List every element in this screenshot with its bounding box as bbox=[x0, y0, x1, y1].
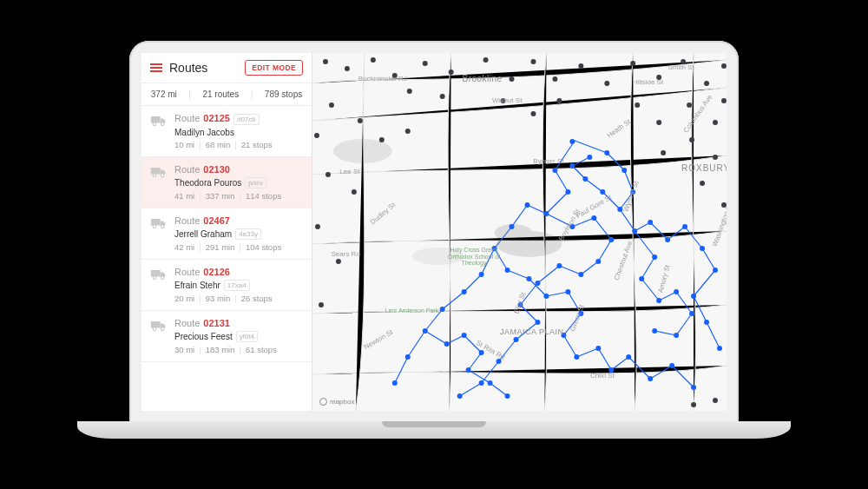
svg-point-20 bbox=[632, 228, 637, 234]
svg-point-51 bbox=[648, 376, 653, 381]
route-stops: 21 stops bbox=[241, 140, 273, 149]
map-svg bbox=[312, 53, 727, 411]
svg-point-85 bbox=[345, 66, 350, 71]
svg-point-66 bbox=[457, 393, 463, 399]
svg-point-50 bbox=[626, 354, 631, 360]
svg-point-122 bbox=[689, 137, 694, 142]
svg-point-80 bbox=[600, 189, 605, 195]
svg-point-88 bbox=[423, 61, 428, 66]
svg-point-117 bbox=[656, 120, 661, 125]
driver-name: Jerrell Graham 4a33y bbox=[174, 228, 303, 240]
svg-point-31 bbox=[543, 211, 549, 216]
svg-point-48 bbox=[595, 346, 601, 351]
map-canvas[interactable]: Brookline ROXBURY JAMAICA PLAIN Buckmins… bbox=[312, 53, 727, 411]
route-item[interactable]: Route02130Theodora Pouros jvsrv41 mi|337… bbox=[141, 157, 312, 208]
svg-point-70 bbox=[466, 367, 471, 373]
svg-point-76 bbox=[674, 289, 679, 294]
summary-stops: 789 stops bbox=[265, 89, 302, 99]
svg-point-38 bbox=[423, 328, 428, 334]
route-time: 68 min bbox=[206, 140, 231, 149]
route-stops: 104 stops bbox=[246, 242, 281, 252]
svg-point-21 bbox=[648, 220, 653, 225]
laptop-base bbox=[77, 421, 791, 439]
svg-point-55 bbox=[591, 215, 596, 221]
route-distance: 10 mi bbox=[174, 140, 194, 149]
routes-sidebar: Routes EDIT MODE 372 mi | 21 routes | 78… bbox=[141, 53, 312, 411]
svg-point-23 bbox=[682, 224, 687, 229]
route-distance: 20 mi bbox=[174, 294, 194, 303]
svg-point-41 bbox=[505, 268, 510, 273]
route-item[interactable]: Route02125d07c6Madilyn Jacobs10 mi|68 mi… bbox=[141, 106, 312, 157]
svg-point-53 bbox=[691, 385, 696, 390]
svg-point-74 bbox=[639, 276, 644, 281]
route-time: 93 min bbox=[206, 294, 231, 303]
summary-distance: 372 mi bbox=[151, 89, 177, 99]
route-tag: jvsrv bbox=[245, 177, 266, 188]
truck-icon bbox=[150, 320, 168, 354]
svg-point-47 bbox=[574, 354, 579, 360]
driver-name: Madilyn Jacobs bbox=[174, 128, 303, 137]
route-stops: 61 stops bbox=[246, 345, 277, 354]
svg-point-114 bbox=[530, 111, 536, 116]
svg-point-43 bbox=[543, 294, 549, 299]
driver-name: Efrain Stehr 17xa4 bbox=[174, 280, 303, 291]
page-title: Routes bbox=[169, 61, 238, 75]
svg-point-39 bbox=[405, 354, 411, 360]
route-code: 02126 bbox=[203, 267, 230, 277]
svg-point-107 bbox=[604, 81, 609, 86]
svg-point-78 bbox=[674, 333, 679, 338]
svg-point-102 bbox=[483, 57, 489, 63]
route-list[interactable]: Route02125d07c6Madilyn Jacobs10 mi|68 mi… bbox=[141, 106, 312, 411]
svg-point-97 bbox=[326, 172, 331, 177]
svg-point-124 bbox=[700, 181, 705, 186]
svg-point-22 bbox=[665, 237, 670, 242]
route-prefix: Route bbox=[174, 267, 200, 277]
svg-point-30 bbox=[565, 189, 570, 195]
svg-point-91 bbox=[440, 94, 445, 99]
svg-point-71 bbox=[488, 380, 493, 386]
svg-point-68 bbox=[462, 333, 467, 338]
svg-point-101 bbox=[319, 302, 324, 307]
route-code: 02130 bbox=[203, 164, 230, 175]
svg-point-27 bbox=[704, 320, 709, 325]
hamburger-menu-icon[interactable] bbox=[150, 63, 162, 72]
svg-point-99 bbox=[315, 224, 320, 229]
routes-summary: 372 mi | 21 routes | 789 stops bbox=[141, 83, 312, 106]
screen-bezel: Routes EDIT MODE 372 mi | 21 routes | 78… bbox=[129, 41, 739, 423]
svg-point-112 bbox=[721, 63, 727, 69]
svg-point-104 bbox=[530, 59, 536, 64]
truck-icon bbox=[150, 115, 168, 149]
map-label-jamaica-plain: JAMAICA PLAIN bbox=[500, 327, 564, 336]
svg-point-86 bbox=[371, 57, 376, 63]
svg-point-89 bbox=[449, 69, 454, 75]
svg-point-57 bbox=[595, 259, 601, 264]
svg-point-40 bbox=[392, 380, 398, 386]
svg-point-100 bbox=[336, 259, 341, 264]
route-time: 337 min bbox=[206, 191, 235, 201]
route-tag: yf6t4 bbox=[236, 331, 258, 342]
route-item[interactable]: Route02131Precious Feest yf6t430 mi|183 … bbox=[141, 311, 312, 362]
route-item[interactable]: Route02467Jerrell Graham 4a33y42 mi|291 … bbox=[141, 208, 312, 260]
mapbox-attribution: mapbox bbox=[319, 398, 354, 406]
svg-point-73 bbox=[652, 254, 657, 260]
route-distance: 30 mi bbox=[174, 345, 194, 354]
route-prefix: Route bbox=[174, 164, 200, 175]
svg-point-7 bbox=[161, 276, 164, 280]
route-stops: 114 stops bbox=[246, 191, 281, 201]
route-tag: 4a33y bbox=[235, 228, 261, 240]
route-item[interactable]: Route02126Efrain Stehr 17xa420 mi|93 min… bbox=[141, 260, 312, 311]
svg-point-60 bbox=[535, 281, 540, 286]
svg-point-119 bbox=[713, 120, 718, 125]
svg-point-127 bbox=[691, 402, 696, 407]
sidebar-header: Routes EDIT MODE bbox=[141, 53, 312, 83]
svg-point-35 bbox=[479, 272, 484, 277]
svg-point-120 bbox=[721, 98, 727, 103]
svg-point-82 bbox=[569, 163, 575, 169]
svg-point-44 bbox=[565, 289, 570, 294]
svg-point-98 bbox=[352, 189, 357, 195]
svg-point-62 bbox=[535, 320, 540, 325]
edit-mode-button[interactable]: EDIT MODE bbox=[245, 60, 303, 76]
route-tag: 17xa4 bbox=[224, 280, 250, 291]
map-label-roxbury: ROXBURY bbox=[681, 162, 727, 172]
laptop-frame: Routes EDIT MODE 372 mi | 21 routes | 78… bbox=[129, 41, 739, 446]
